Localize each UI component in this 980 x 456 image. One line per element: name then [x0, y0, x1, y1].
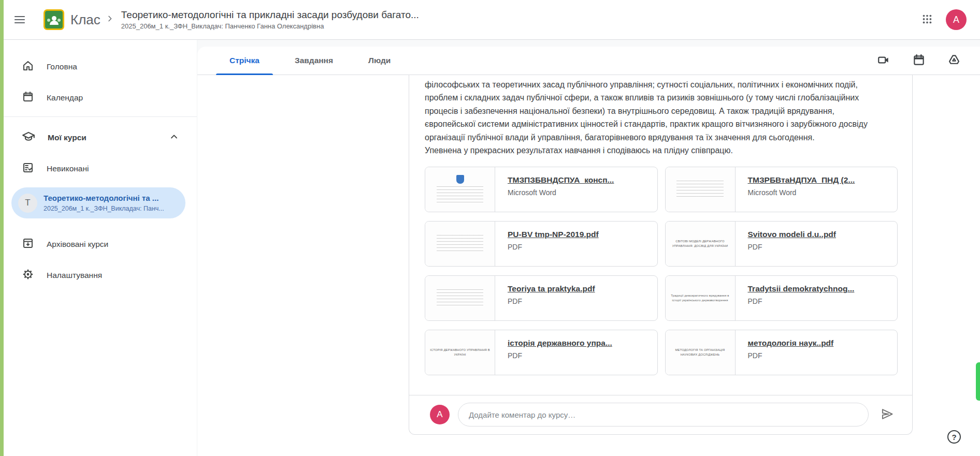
logo-person-head — [52, 16, 56, 21]
attachment-card[interactable]: СВІТОВІ МОДЕЛІ ДЕРЖАВНОГО УПРАВЛІННЯ: ДО… — [665, 221, 898, 267]
logo-left-figure — [47, 19, 50, 22]
attachment-card[interactable]: ТМЗПЗБВНДСПУА_консп... Microsoft Word — [425, 167, 658, 212]
attachment-info: історія державного упра... PDF — [495, 330, 619, 375]
attachment-thumbnail — [666, 167, 736, 212]
sidebar-item-label: Невиконані — [47, 164, 89, 173]
calendar-icon — [912, 53, 926, 68]
drive-folder-button[interactable] — [942, 48, 967, 73]
sidebar-item-home[interactable]: Головна — [0, 54, 197, 79]
attachment-info: ТМЗРБВтаНДПУА_ПНД (2... Microsoft Word — [736, 167, 862, 212]
sidebar-item-my-courses[interactable]: Мої курси — [0, 125, 197, 150]
gear-icon — [22, 268, 34, 283]
archive-icon — [22, 237, 34, 252]
send-icon — [881, 407, 894, 422]
sidebar-item-label: Календар — [47, 93, 83, 102]
attachment-title-link[interactable]: Teoriya ta praktyka.pdf — [508, 284, 595, 293]
help-button[interactable]: ? — [946, 429, 962, 445]
classroom-logo-icon[interactable] — [44, 9, 64, 30]
sidebar-item-todo[interactable]: Невиконані — [0, 156, 197, 181]
attachment-info: ТМЗПЗБВНДСПУА_консп... Microsoft Word — [495, 167, 621, 212]
comment-input[interactable] — [458, 403, 869, 426]
attachment-thumbnail: Традиції демократичного врядування в іст… — [666, 276, 736, 320]
todo-list-icon — [22, 161, 34, 176]
attachment-thumbnail: СВІТОВІ МОДЕЛІ ДЕРЖАВНОГО УПРАВЛІННЯ: ДО… — [666, 222, 736, 266]
top-app-bar: Клас Теоретико-методологічні та прикладн… — [0, 0, 980, 40]
attachment-card[interactable]: ІСТОРІЯ ДЕРЖАВНОГО УПРАВЛІННЯ В УКРАЇНІ … — [425, 330, 658, 375]
question-mark-icon: ? — [947, 430, 961, 444]
attachment-title-link[interactable]: ТМЗРБВтаНДПУА_ПНД (2... — [748, 175, 855, 185]
tab-classwork[interactable]: Завдання — [281, 47, 347, 75]
thumbnail-text-lines — [437, 186, 483, 204]
meet-button[interactable] — [871, 48, 896, 73]
comment-avatar: A — [430, 405, 450, 424]
tab-people[interactable]: Люди — [355, 47, 404, 75]
account-avatar[interactable]: A — [946, 9, 967, 30]
stream-feed: філософських та теоретичних засад публіч… — [197, 75, 980, 435]
send-comment-button[interactable] — [877, 404, 898, 425]
sidebar-item-label: Налаштування — [47, 271, 102, 280]
attachment-card[interactable]: Teoriya ta praktyka.pdf PDF — [425, 275, 658, 321]
attachment-thumbnail — [425, 222, 495, 266]
attachment-info: Svitovo modeli d.u..pdf PDF — [736, 222, 844, 266]
attachment-title-link[interactable]: методологія наук..pdf — [748, 339, 834, 348]
drive-icon — [947, 53, 961, 68]
right-edge-extension-handle[interactable] — [976, 362, 980, 401]
attachment-title-link[interactable]: PU-BV tmp-NP-2019.pdf — [508, 230, 599, 239]
attachment-info: Teoriya ta praktyka.pdf PDF — [495, 276, 602, 320]
attachment-card[interactable]: PU-BV tmp-NP-2019.pdf PDF — [425, 221, 658, 267]
app-name[interactable]: Клас — [70, 12, 100, 28]
content-area: Стрічка Завдання Люди — [197, 40, 980, 456]
logo-right-figure — [57, 19, 61, 22]
sidebar-item-settings[interactable]: Налаштування — [0, 263, 197, 288]
course-title: Теоретико-методологічні та ... — [44, 193, 164, 203]
tab-stream[interactable]: Стрічка — [216, 47, 273, 75]
google-classroom-page: Клас Теоретико-методологічні та прикладн… — [0, 0, 980, 456]
attachment-card[interactable]: ТМЗРБВтаНДПУА_ПНД (2... Microsoft Word — [665, 167, 898, 212]
course-avatar: Т — [18, 194, 37, 213]
thumbnail-cover-text: Традиції демократичного врядування в іст… — [670, 293, 730, 303]
main-layout: Головна Календар Мої курси — [0, 40, 980, 456]
attachment-card[interactable]: Традиції демократичного врядування в іст… — [665, 275, 898, 321]
sidebar-item-archived[interactable]: Архівовані курси — [0, 232, 197, 257]
attachment-title-link[interactable]: історія державного упра... — [508, 339, 612, 348]
calendar-icon — [22, 91, 34, 105]
announcement-text-line: філософських та теоретичних засад публіч… — [425, 78, 898, 91]
attachment-card[interactable]: МЕТОДОЛОГІЯ ТА ОРГАНІЗАЦІЯ НАУКОВИХ ДОСЛ… — [665, 330, 898, 375]
sidebar-item-label: Головна — [47, 62, 77, 71]
course-tab-bar: Стрічка Завдання Люди — [197, 47, 980, 75]
page-subtitle: 2025_206м_1 к._ЗФН_Викладач: Панченко Га… — [121, 22, 419, 31]
attachment-grid: ТМЗПЗБВНДСПУА_консп... Microsoft Word — [425, 167, 898, 375]
left-edge-extension-stripe — [0, 0, 4, 456]
attachment-thumbnail: МЕТОДОЛОГІЯ ТА ОРГАНІЗАЦІЯ НАУКОВИХ ДОСЛ… — [666, 330, 736, 375]
thumbnail-cover-text: СВІТОВІ МОДЕЛІ ДЕРЖАВНОГО УПРАВЛІННЯ: ДО… — [670, 239, 730, 248]
sidebar-item-calendar[interactable]: Календар — [0, 85, 197, 110]
calendar-button[interactable] — [906, 48, 931, 73]
announcement-card: філософських та теоретичних засад публіч… — [409, 75, 913, 435]
hamburger-icon — [13, 13, 26, 26]
content-sheet: Стрічка Завдання Люди — [197, 47, 980, 456]
comment-composer: A — [425, 395, 898, 434]
tabbar-actions — [871, 48, 980, 73]
header-actions: A — [915, 7, 980, 32]
announcement-text-line: організації публічної влади й управління… — [425, 131, 898, 144]
attachment-title-link[interactable]: ТМЗПЗБВНДСПУА_консп... — [508, 175, 614, 185]
course-texts: Теоретико-методологічні та ... 2025_206м… — [44, 193, 164, 213]
google-apps-button[interactable] — [915, 7, 940, 32]
announcement-text-line: проблем і складних задач публічної сфери… — [425, 91, 898, 104]
attachment-type: PDF — [748, 243, 837, 251]
attachment-type: Microsoft Word — [508, 188, 614, 197]
attachment-info: Tradytsii demokratychnog... PDF — [736, 276, 862, 320]
attachment-title-link[interactable]: Tradytsii demokratychnog... — [748, 284, 855, 293]
main-menu-button[interactable] — [7, 7, 32, 32]
sidebar: Головна Календар Мої курси — [0, 40, 197, 456]
home-icon — [22, 60, 34, 74]
attachment-thumbnail — [425, 276, 495, 320]
thumbnail-text-lines — [437, 235, 483, 253]
attachment-type: PDF — [508, 351, 612, 360]
sidebar-active-course[interactable]: Т Теоретико-методологічні та ... 2025_20… — [11, 187, 185, 218]
sidebar-item-label: Архівовані курси — [47, 240, 108, 249]
apps-grid-icon — [921, 13, 933, 26]
page-title: Теоретико-методологічні та прикладні зас… — [121, 9, 419, 21]
attachment-type: PDF — [748, 297, 855, 305]
attachment-title-link[interactable]: Svitovo modeli d.u..pdf — [748, 230, 837, 239]
